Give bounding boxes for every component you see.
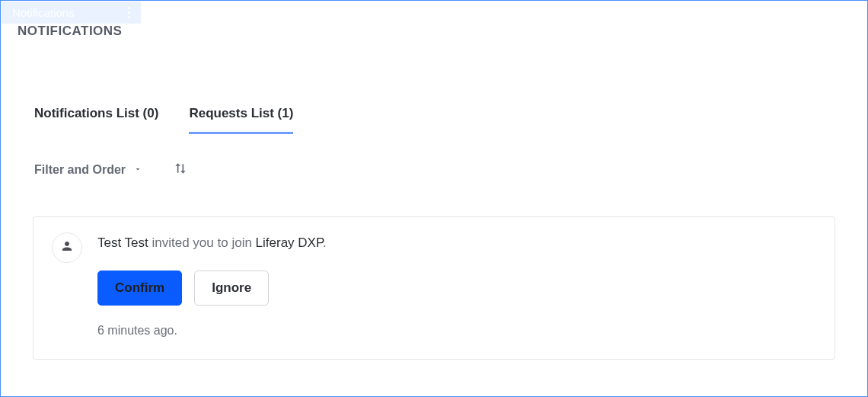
request-middle: invited you to join [148, 235, 256, 250]
filter-and-order-dropdown[interactable]: Filter and Order [34, 163, 142, 177]
user-icon [60, 239, 74, 256]
request-target: Liferay DXP [256, 235, 324, 250]
request-buttons: Confirm Ignore [97, 271, 816, 306]
confirm-button[interactable]: Confirm [97, 271, 182, 306]
request-card: Test Test invited you to join Liferay DX… [33, 216, 835, 360]
tab-notifications-list[interactable]: Notifications List (0) [34, 106, 158, 134]
ellipsis-vertical-icon[interactable] [128, 7, 130, 18]
avatar [52, 232, 82, 263]
page-title: NOTIFICATIONS [18, 24, 122, 39]
page-container: Notifications NOTIFICATIONS Notification… [0, 0, 868, 397]
ignore-button[interactable]: Ignore [194, 271, 269, 306]
ghost-header: Notifications [2, 2, 141, 24]
request-user: Test Test [97, 235, 148, 250]
ghost-header-label: Notifications [12, 6, 75, 19]
request-body: Test Test invited you to join Liferay DX… [97, 234, 816, 338]
tabs: Notifications List (0) Requests List (1) [34, 106, 293, 134]
request-suffix: . [323, 235, 327, 250]
chevron-down-icon [133, 163, 142, 177]
tab-requests-list[interactable]: Requests List (1) [189, 106, 293, 134]
request-timestamp: 6 minutes ago. [97, 324, 816, 338]
request-row: Test Test invited you to join Liferay DX… [52, 234, 816, 338]
toolbar: Filter and Order [34, 161, 188, 179]
filter-and-order-label: Filter and Order [34, 163, 126, 177]
sort-icon[interactable] [173, 161, 188, 179]
request-text: Test Test invited you to join Liferay DX… [97, 234, 816, 252]
